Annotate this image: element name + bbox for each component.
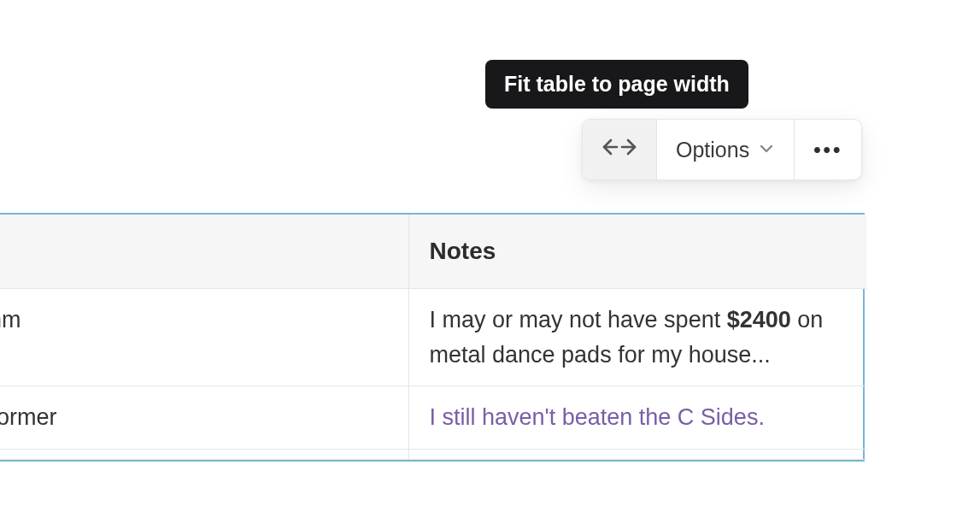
options-label: Options (676, 138, 749, 162)
more-horizontal-icon: ••• (813, 138, 842, 162)
cell-notes[interactable]: I still haven't beaten the C Sides. (408, 386, 866, 450)
fit-width-icon (601, 137, 637, 162)
table-row (0, 449, 866, 459)
table-options-button[interactable]: Options (657, 120, 795, 179)
cell-notes[interactable]: I may or may not have spent $2400 on met… (408, 289, 866, 386)
table-row[interactable]: atformer I still haven't beaten the C Si… (0, 386, 866, 450)
cell-type[interactable]: atformer (0, 386, 408, 450)
table-floating-toolbar: Options ••• (582, 119, 862, 180)
table-header-row: pe Notes (0, 215, 866, 289)
fit-table-width-button[interactable] (583, 120, 657, 179)
notes-text-bold: $2400 (727, 307, 791, 333)
more-actions-button[interactable]: ••• (795, 120, 861, 179)
cell-type[interactable]: ythm (0, 289, 408, 386)
column-header-type[interactable]: pe (0, 215, 408, 289)
table-row[interactable]: ythm I may or may not have spent $2400 o… (0, 289, 866, 386)
chevron-down-icon (758, 138, 775, 162)
data-table: pe Notes ythm I may or may not have spen… (0, 213, 865, 462)
tooltip-fit-table: Fit table to page width (485, 60, 748, 109)
column-header-notes[interactable]: Notes (408, 215, 866, 289)
notes-text-prefix: I may or may not have spent (430, 307, 727, 333)
